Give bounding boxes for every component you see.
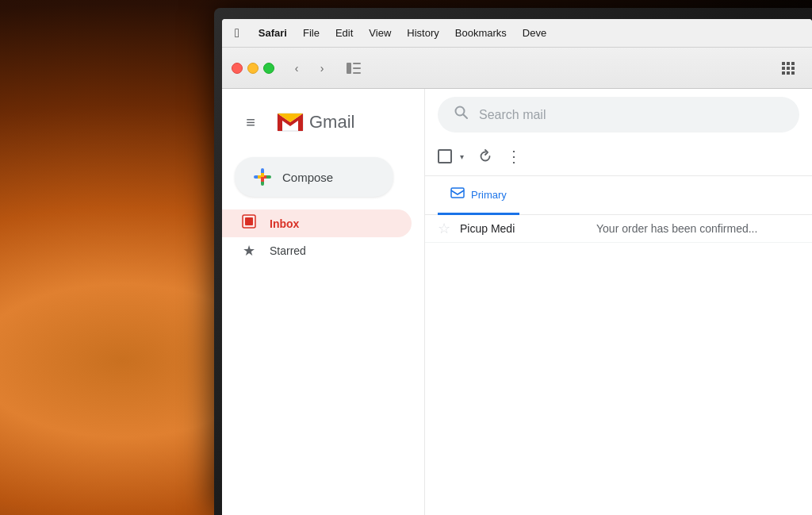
email-star-icon[interactable]: ☆ (438, 220, 450, 237)
compose-label: Compose (282, 171, 333, 184)
edit-menu[interactable]: Edit (335, 27, 353, 39)
more-options-button[interactable]: ⋮ (501, 144, 527, 169)
develop-menu[interactable]: Deve (523, 27, 546, 39)
gmail-logo: Gmail (274, 110, 354, 134)
svg-rect-2 (353, 67, 361, 69)
safari-menu[interactable]: Safari (259, 27, 287, 39)
compose-button[interactable]: Compose (235, 157, 393, 197)
email-row[interactable]: ☆ Picup Medi Your order has been confirm… (425, 215, 812, 243)
primary-tab-icon (450, 186, 465, 203)
search-icon (454, 105, 469, 125)
back-button[interactable]: ‹ (285, 57, 308, 79)
hamburger-menu-button[interactable]: ≡ (235, 106, 266, 138)
svg-rect-6 (791, 62, 795, 65)
compose-plus-icon (254, 168, 271, 186)
compose-button-wrap: Compose (222, 151, 424, 209)
traffic-lights (232, 63, 274, 74)
search-placeholder: Search mail (479, 108, 546, 122)
close-button[interactable] (232, 63, 243, 74)
file-menu[interactable]: File (303, 27, 320, 39)
tab-primary[interactable]: Primary (438, 176, 519, 215)
sidebar-toggle-button[interactable] (341, 57, 366, 79)
svg-rect-19 (451, 188, 464, 198)
minimize-button[interactable] (247, 63, 259, 74)
inbox-email-list: ☆ Picup Medi Your order has been confirm… (425, 215, 812, 515)
inbox-icon (241, 214, 257, 233)
svg-rect-7 (782, 67, 785, 70)
browser-screen:  Safari File Edit View History Bookmark… (222, 19, 812, 515)
starred-label: Starred (270, 244, 306, 257)
gmail-m-icon (274, 110, 306, 134)
search-bar-wrap: Search mail (425, 89, 812, 140)
svg-rect-10 (782, 71, 785, 75)
tab-primary-label: Primary (471, 189, 507, 201)
select-dropdown-button[interactable]: ▾ (454, 144, 469, 169)
browser-toolbar: ‹ › (222, 48, 812, 89)
select-all-checkbox[interactable] (438, 149, 452, 163)
hamburger-icon: ≡ (246, 113, 255, 132)
svg-rect-12 (791, 71, 795, 75)
email-sender: Picup Medi (460, 222, 587, 235)
grid-view-button[interactable] (774, 57, 802, 79)
forward-button[interactable]: › (311, 57, 333, 79)
svg-rect-9 (791, 67, 795, 70)
view-menu[interactable]: View (369, 27, 391, 39)
svg-rect-11 (787, 71, 790, 75)
email-preview: Your order has been confirmed... (596, 222, 799, 235)
svg-rect-0 (347, 63, 351, 74)
nav-item-starred[interactable]: ★ Starred (222, 237, 412, 264)
history-menu[interactable]: History (407, 27, 439, 39)
svg-rect-5 (787, 62, 790, 65)
nav-item-inbox[interactable]: Inbox (222, 209, 412, 237)
refresh-button[interactable] (473, 144, 498, 169)
macos-menu-bar:  Safari File Edit View History Bookmark… (222, 19, 812, 48)
svg-rect-16 (245, 217, 253, 225)
inbox-label: Inbox (270, 217, 299, 230)
gmail-header: ≡ (222, 98, 424, 151)
gmail-wordmark: Gmail (309, 112, 354, 133)
svg-rect-3 (353, 72, 361, 74)
maximize-button[interactable] (263, 63, 274, 74)
tabs-row: Primary (425, 176, 812, 215)
gmail-app: ≡ (222, 89, 812, 515)
nav-buttons: ‹ › (285, 57, 333, 79)
svg-rect-8 (787, 67, 790, 70)
gmail-toolbar: ▾ ⋮ (425, 140, 812, 176)
svg-rect-1 (353, 63, 361, 64)
gmail-sidebar: ≡ (222, 89, 425, 515)
select-all-area[interactable]: ▾ (438, 144, 469, 169)
starred-icon: ★ (241, 242, 257, 259)
apple-menu[interactable]:  (235, 26, 239, 40)
svg-line-18 (464, 115, 468, 119)
search-bar[interactable]: Search mail (438, 97, 799, 133)
bookmarks-menu[interactable]: Bookmarks (455, 27, 507, 39)
gmail-main-content: Search mail ▾ ⋮ (425, 89, 812, 515)
svg-rect-4 (782, 62, 785, 65)
